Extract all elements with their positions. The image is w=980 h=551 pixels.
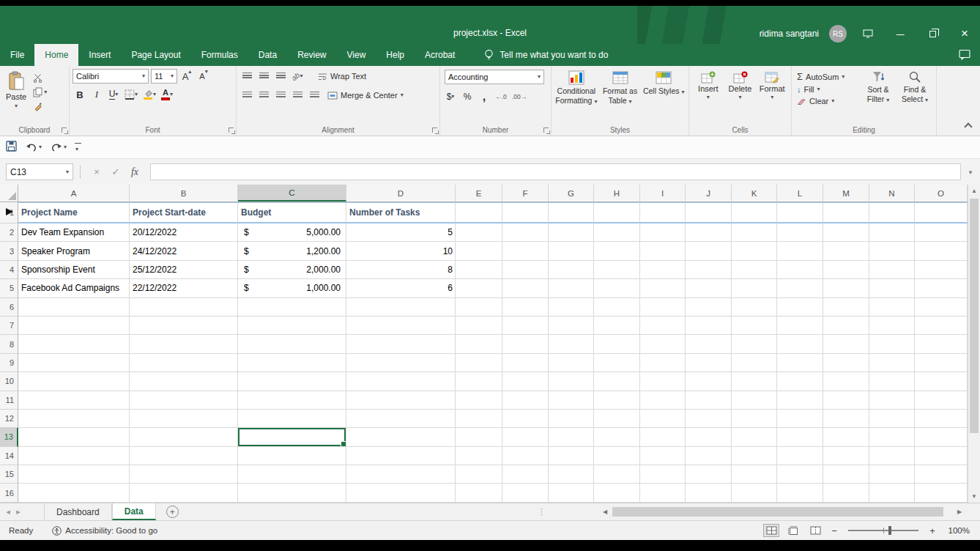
cell-G7[interactable] (549, 317, 594, 335)
cell-G12[interactable] (549, 410, 594, 428)
cell-I3[interactable] (640, 242, 686, 260)
clipboard-dialog-launcher[interactable] (62, 127, 67, 133)
cell-M11[interactable] (823, 391, 869, 410)
row-header-10[interactable]: 10 (0, 372, 18, 391)
number-dialog-launcher[interactable] (543, 127, 549, 133)
cell-M15[interactable] (823, 465, 869, 484)
cell-J8[interactable] (686, 335, 732, 353)
cell-M8[interactable] (823, 335, 869, 353)
cell-A1[interactable]: Project Name (18, 202, 130, 223)
cell-O12[interactable] (915, 410, 968, 428)
insert-cells-button[interactable]: Insert ▾ (692, 69, 724, 100)
cell-D10[interactable] (346, 372, 456, 391)
cell-A5[interactable]: Facebook Ad Campaigns (18, 279, 130, 297)
increase-decimal-button[interactable]: ←.0 (494, 89, 508, 104)
cell-D9[interactable] (346, 354, 456, 372)
vertical-scroll-thumb[interactable] (970, 199, 979, 433)
column-header-J[interactable]: J (686, 185, 732, 201)
decrease-indent-button[interactable] (290, 88, 305, 103)
row-header-15[interactable]: 15 (0, 465, 18, 484)
scroll-right-button[interactable]: ▶ (954, 506, 965, 518)
cell-N8[interactable] (869, 335, 915, 353)
cell-C10[interactable] (238, 372, 346, 391)
font-size-select[interactable]: 11▾ (151, 69, 177, 84)
cell-C1[interactable]: Budget (238, 202, 346, 223)
cell-I11[interactable] (640, 391, 686, 410)
copy-button[interactable]: ▾ (33, 86, 47, 98)
cell-L11[interactable] (777, 391, 823, 410)
increase-indent-button[interactable] (307, 88, 322, 103)
cell-L4[interactable] (777, 261, 823, 279)
cell-styles-button[interactable]: Cell Styles ▾ (642, 69, 686, 105)
cell-I4[interactable] (640, 261, 686, 279)
decrease-decimal-button[interactable]: .00→ (511, 89, 528, 104)
page-break-view-button[interactable] (807, 524, 823, 537)
page-layout-view-button[interactable] (785, 524, 801, 537)
cell-M16[interactable] (823, 484, 869, 502)
cell-K12[interactable] (732, 410, 777, 428)
paste-dropdown-icon[interactable]: ▾ (15, 103, 18, 109)
cell-L12[interactable] (777, 410, 823, 428)
cell-J2[interactable] (686, 223, 732, 242)
cell-J15[interactable] (686, 465, 732, 484)
normal-view-button[interactable] (763, 524, 779, 537)
scroll-down-button[interactable]: ▼ (968, 490, 980, 503)
cell-N4[interactable] (869, 261, 915, 279)
cell-A7[interactable] (18, 317, 130, 335)
cell-E13[interactable] (456, 428, 502, 446)
cell-J16[interactable] (686, 484, 732, 502)
cell-D2[interactable]: 5 (346, 223, 456, 242)
cell-I9[interactable] (640, 354, 686, 372)
alignment-dialog-launcher[interactable] (432, 127, 437, 133)
cell-L8[interactable] (777, 335, 823, 353)
cell-K1[interactable] (732, 202, 777, 223)
cell-G4[interactable] (549, 261, 594, 279)
cell-J3[interactable] (686, 242, 732, 260)
ribbon-tab-page-layout[interactable]: Page Layout (121, 44, 190, 66)
cell-L2[interactable] (777, 223, 823, 242)
cell-O9[interactable] (915, 354, 968, 372)
close-button[interactable]: × (954, 23, 976, 44)
row-header-12[interactable]: 12 (0, 410, 18, 428)
cell-G1[interactable] (549, 202, 594, 223)
row-header-2[interactable]: 2 (0, 223, 18, 242)
cell-A6[interactable] (18, 298, 130, 317)
cell-C15[interactable] (238, 465, 346, 484)
format-painter-button[interactable] (33, 101, 47, 113)
cell-G11[interactable] (549, 391, 594, 410)
row-header-14[interactable]: 14 (0, 447, 18, 465)
cell-K9[interactable] (732, 354, 777, 372)
name-box-dropdown-icon[interactable]: ▾ (66, 169, 69, 175)
accounting-format-button[interactable]: $▾ (443, 89, 458, 104)
cell-E8[interactable] (456, 335, 502, 353)
cell-J14[interactable] (686, 447, 732, 465)
cell-N16[interactable] (869, 484, 915, 502)
cell-H14[interactable] (594, 447, 640, 465)
restore-button[interactable] (921, 23, 943, 44)
ribbon-tab-data[interactable]: Data (248, 44, 287, 66)
cell-J4[interactable] (686, 261, 732, 279)
cell-F2[interactable] (502, 223, 549, 242)
cell-G8[interactable] (549, 335, 594, 353)
cell-E11[interactable] (456, 391, 502, 410)
cancel-button[interactable]: × (87, 166, 106, 177)
cell-M7[interactable] (823, 317, 869, 335)
copy-dropdown-icon[interactable]: ▾ (44, 89, 47, 95)
cell-O1[interactable] (915, 202, 968, 223)
italic-button[interactable]: I (89, 87, 104, 102)
cell-K14[interactable] (732, 447, 777, 465)
decrease-font-size-button[interactable]: A▾ (196, 69, 211, 84)
cell-K16[interactable] (732, 484, 777, 502)
cell-C11[interactable] (238, 391, 346, 410)
cell-C3[interactable]: $1,200.00 (238, 242, 346, 260)
undo-dropdown-icon[interactable]: ▾ (39, 144, 42, 150)
vertical-scrollbar[interactable]: ▲ ▼ (968, 185, 980, 503)
cell-K15[interactable] (732, 465, 777, 484)
cell-D6[interactable] (346, 298, 456, 317)
cell-G16[interactable] (549, 484, 594, 502)
cell-B11[interactable] (130, 391, 238, 410)
cell-E6[interactable] (456, 298, 502, 317)
sheet-tab-dashboard[interactable]: Dashboard (44, 503, 112, 520)
column-header-B[interactable]: B (130, 185, 238, 201)
column-header-D[interactable]: D (346, 185, 456, 201)
